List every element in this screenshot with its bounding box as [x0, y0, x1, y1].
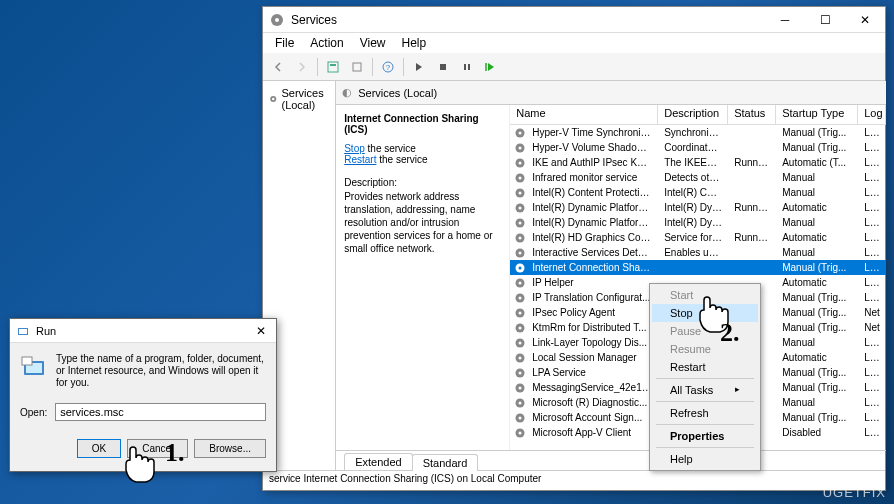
svg-point-1: [275, 18, 279, 22]
ctx-refresh[interactable]: Refresh: [652, 404, 758, 422]
tree-services-local[interactable]: Services (Local): [267, 85, 331, 113]
gear-icon: [514, 307, 526, 319]
ctx-restart[interactable]: Restart: [652, 358, 758, 376]
help-button[interactable]: ?: [377, 56, 399, 78]
ctx-pause[interactable]: Pause: [652, 322, 758, 340]
close-button[interactable]: ✕: [845, 7, 885, 33]
run-input[interactable]: [55, 403, 266, 421]
menu-action[interactable]: Action: [302, 34, 351, 52]
gear-icon: [514, 232, 526, 244]
gear-icon: [514, 352, 526, 364]
gear-icon: [514, 127, 526, 139]
ctx-resume[interactable]: Resume: [652, 340, 758, 358]
export-button[interactable]: [346, 56, 368, 78]
svg-point-13: [519, 131, 522, 134]
table-row[interactable]: Intel(R) Dynamic Platform a... Intel(R) …: [510, 200, 886, 215]
statusbar: service Internet Connection Sharing (ICS…: [263, 470, 885, 488]
gear-icon: [514, 337, 526, 349]
svg-point-35: [519, 296, 522, 299]
restart-button[interactable]: [480, 56, 502, 78]
back-button[interactable]: [267, 56, 289, 78]
table-row[interactable]: Internet Connection Shari... Manual (Tri…: [510, 260, 886, 275]
svg-point-21: [519, 191, 522, 194]
svg-point-17: [519, 161, 522, 164]
gear-icon: [514, 277, 526, 289]
svg-point-41: [519, 341, 522, 344]
col-name[interactable]: Name: [510, 105, 658, 124]
menu-file[interactable]: File: [267, 34, 302, 52]
run-body: Type the name of a program, folder, docu…: [10, 343, 276, 431]
window-controls: ─ ☐ ✕: [765, 7, 885, 33]
ok-button[interactable]: OK: [77, 439, 121, 458]
tab-standard[interactable]: Standard: [412, 454, 479, 471]
pause-button[interactable]: [456, 56, 478, 78]
run-buttons: OK Cancel Browse...: [10, 431, 276, 466]
svg-point-25: [519, 221, 522, 224]
ctx-all-tasks[interactable]: All Tasks: [652, 381, 758, 399]
svg-rect-58: [22, 357, 32, 365]
gear-icon: [514, 142, 526, 154]
table-row[interactable]: Intel(R) Dynamic Platform a... Intel(R) …: [510, 215, 886, 230]
tab-extended[interactable]: Extended: [344, 453, 412, 470]
gear-icon: [514, 262, 526, 274]
svg-rect-9: [468, 64, 470, 70]
svg-point-27: [519, 236, 522, 239]
stop-button[interactable]: [432, 56, 454, 78]
svg-point-33: [519, 281, 522, 284]
gear-icon: [514, 157, 526, 169]
gear-icon: [514, 292, 526, 304]
svg-point-29: [519, 251, 522, 254]
svg-point-51: [519, 416, 522, 419]
play-button[interactable]: [408, 56, 430, 78]
table-row[interactable]: Infrared monitor service Detects oth... …: [510, 170, 886, 185]
gear-icon: [514, 412, 526, 424]
stop-link[interactable]: Stop: [344, 143, 365, 154]
svg-point-47: [519, 386, 522, 389]
svg-point-19: [519, 176, 522, 179]
svg-point-11: [272, 98, 274, 100]
table-row[interactable]: Hyper-V Time Synchronizat... Synchronize…: [510, 125, 886, 140]
minimize-button[interactable]: ─: [765, 7, 805, 33]
properties-button[interactable]: [322, 56, 344, 78]
gear-icon: [514, 427, 526, 439]
gear-icon: [514, 217, 526, 229]
run-header: Run ✕: [10, 319, 276, 343]
run-desc: Type the name of a program, folder, docu…: [56, 353, 266, 389]
run-icon-small: [16, 324, 30, 338]
maximize-button[interactable]: ☐: [805, 7, 845, 33]
forward-button[interactable]: [291, 56, 313, 78]
col-desc[interactable]: Description: [658, 105, 728, 124]
ctx-stop[interactable]: Stop: [652, 304, 758, 322]
panel-header-label: Services (Local): [358, 87, 437, 99]
svg-point-49: [519, 401, 522, 404]
svg-point-37: [519, 311, 522, 314]
browse-button[interactable]: Browse...: [194, 439, 266, 458]
run-close-button[interactable]: ✕: [246, 324, 276, 338]
restart-link[interactable]: Restart: [344, 154, 376, 165]
table-row[interactable]: Intel(R) Content Protection ... Intel(R)…: [510, 185, 886, 200]
ctx-start[interactable]: Start: [652, 286, 758, 304]
col-startup[interactable]: Startup Type: [776, 105, 858, 124]
services-icon: [269, 12, 285, 28]
col-log[interactable]: Log: [858, 105, 886, 124]
gear-icon: [514, 397, 526, 409]
table-row[interactable]: Intel(R) HD Graphics Contro... Service f…: [510, 230, 886, 245]
tree-label: Services (Local): [281, 87, 329, 111]
menu-help[interactable]: Help: [394, 34, 435, 52]
col-status[interactable]: Status: [728, 105, 776, 124]
menu-view[interactable]: View: [352, 34, 394, 52]
table-row[interactable]: IKE and AuthIP IPsec Keying... The IKEEX…: [510, 155, 886, 170]
run-dialog: Run ✕ Type the name of a program, folder…: [9, 318, 277, 472]
desc-label: Description:: [344, 177, 501, 188]
svg-point-43: [519, 356, 522, 359]
ctx-help[interactable]: Help: [652, 450, 758, 468]
table-row[interactable]: Hyper-V Volume Shadow C... Coordinates..…: [510, 140, 886, 155]
table-row[interactable]: Interactive Services Detection Enables u…: [510, 245, 886, 260]
svg-rect-8: [464, 64, 466, 70]
cancel-button[interactable]: Cancel: [127, 439, 188, 458]
ctx-properties[interactable]: Properties: [652, 427, 758, 445]
detail-title: Internet Connection Sharing (ICS): [344, 113, 501, 135]
run-open-label: Open:: [20, 407, 47, 418]
services-window: Services ─ ☐ ✕ File Action View Help ? S…: [262, 6, 886, 491]
svg-rect-7: [440, 64, 446, 70]
